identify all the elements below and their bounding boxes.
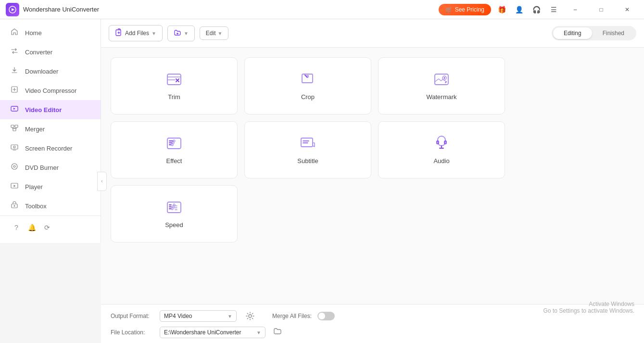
sidebar-label-screen-recorder: Screen Recorder xyxy=(25,145,72,152)
see-pricing-button[interactable]: 🛒 See Pricing xyxy=(439,4,491,15)
feature-grid: Trim Crop xyxy=(111,57,505,242)
speed-label: Speed xyxy=(165,221,183,229)
menu-icon[interactable]: ☰ xyxy=(547,3,560,16)
svg-rect-5 xyxy=(15,125,18,127)
tab-group: Editing Finished xyxy=(552,26,636,40)
sidebar-collapse-button[interactable]: ‹ xyxy=(97,172,107,191)
edit-chevron-icon: ▼ xyxy=(218,31,223,36)
maximize-button[interactable]: □ xyxy=(590,3,612,16)
sidebar-label-video-editor: Video Editor xyxy=(25,106,62,114)
main-content: Add Files ▼ ▼ Edit ▼ Editing Finished xyxy=(101,19,644,343)
notification-icon[interactable]: 🔔 xyxy=(25,221,38,234)
sidebar-item-merger[interactable]: Merger xyxy=(0,119,101,139)
watermark-label: Watermark xyxy=(426,93,456,101)
tab-finished[interactable]: Finished xyxy=(592,27,635,39)
feature-watermark[interactable]: Watermark xyxy=(378,57,505,114)
sidebar-bottom: ? 🔔 ⟳ xyxy=(0,216,101,239)
edit-dropdown[interactable]: Edit ▼ xyxy=(200,26,229,40)
dvd-burner-icon xyxy=(10,163,19,172)
svg-rect-25 xyxy=(301,138,313,147)
sidebar-item-converter[interactable]: Converter xyxy=(0,42,101,62)
cart-icon: 🛒 xyxy=(445,6,453,13)
watermark-icon xyxy=(433,71,450,89)
feature-crop[interactable]: Crop xyxy=(244,57,371,114)
file-location-select[interactable]: E:\Wondershare UniConverter ▼ xyxy=(160,327,265,338)
titlebar: Wondershare UniConverter 🛒 See Pricing 🎁… xyxy=(0,0,644,19)
close-button[interactable]: ✕ xyxy=(616,3,638,16)
svg-point-9 xyxy=(12,164,17,169)
minimize-button[interactable]: – xyxy=(564,3,586,16)
output-format-row: Output Format: MP4 Video ▼ Merge All Fil… xyxy=(111,309,634,323)
sidebar-item-home[interactable]: Home xyxy=(0,23,101,42)
sidebar-item-video-compressor[interactable]: Video Compressor xyxy=(0,81,101,100)
sidebar-item-dvd-burner[interactable]: DVD Burner xyxy=(0,158,101,177)
svg-point-22 xyxy=(171,144,173,146)
svg-rect-4 xyxy=(11,125,14,127)
chevron-folder: ▼ xyxy=(184,31,189,36)
feature-effect[interactable]: Effect xyxy=(111,121,238,178)
output-format-select[interactable]: MP4 Video ▼ xyxy=(160,310,237,322)
output-format-chevron: ▼ xyxy=(227,314,232,319)
audio-icon xyxy=(433,135,450,152)
subtitle-label: Subtitle xyxy=(297,157,318,165)
add-files-button[interactable]: Add Files ▼ xyxy=(109,25,163,41)
svg-rect-7 xyxy=(11,145,18,149)
svg-rect-6 xyxy=(13,128,16,131)
sidebar-wrapper: Home Converter Downloader Video Compress… xyxy=(0,19,101,343)
browse-folder-icon[interactable] xyxy=(273,327,282,338)
sidebar-item-screen-recorder[interactable]: Screen Recorder xyxy=(0,139,101,158)
tab-editing[interactable]: Editing xyxy=(553,27,592,39)
add-files-chevron: ▼ xyxy=(152,31,156,36)
file-location-label: File Location: xyxy=(111,329,154,336)
home-icon xyxy=(10,28,19,38)
video-editor-icon xyxy=(10,105,19,114)
sidebar-label-downloader: Downloader xyxy=(25,68,58,75)
sidebar: Home Converter Downloader Video Compress… xyxy=(0,19,101,243)
sidebar-label-dvd-burner: DVD Burner xyxy=(25,164,59,171)
sidebar-label-merger: Merger xyxy=(25,126,45,133)
bottom-bar: Output Format: MP4 Video ▼ Merge All Fil… xyxy=(101,304,644,343)
sidebar-item-video-editor[interactable]: Video Editor xyxy=(0,100,101,119)
sidebar-label-converter: Converter xyxy=(25,49,52,56)
merge-label: Merge All Files: xyxy=(272,313,312,319)
svg-rect-18 xyxy=(435,74,448,85)
refresh-icon[interactable]: ⟳ xyxy=(40,221,54,234)
add-folder-icon xyxy=(174,29,181,38)
effect-icon xyxy=(165,135,183,152)
trim-label: Trim xyxy=(168,93,180,101)
toolbar: Add Files ▼ ▼ Edit ▼ Editing Finished xyxy=(101,19,644,48)
output-settings-icon[interactable] xyxy=(243,309,257,323)
converter-icon xyxy=(10,47,19,57)
help-icon[interactable]: ? xyxy=(10,221,23,234)
sidebar-label-player: Player xyxy=(25,183,43,191)
gift-icon[interactable]: 🎁 xyxy=(495,3,508,16)
downloader-icon xyxy=(10,66,19,76)
svg-point-20 xyxy=(444,77,445,79)
sidebar-item-player[interactable]: Player xyxy=(0,177,101,196)
add-folder-button[interactable]: ▼ xyxy=(167,25,195,41)
file-location-row: File Location: E:\Wondershare UniConvert… xyxy=(111,327,634,338)
sidebar-label-video-compressor: Video Compressor xyxy=(25,87,76,94)
sidebar-item-downloader[interactable]: Downloader xyxy=(0,62,101,81)
svg-point-10 xyxy=(13,165,15,167)
svg-point-31 xyxy=(173,204,175,206)
add-files-label: Add Files xyxy=(125,30,149,37)
svg-point-23 xyxy=(172,142,174,144)
sidebar-item-toolbox[interactable]: Toolbox xyxy=(0,196,101,216)
feature-audio[interactable]: Audio xyxy=(378,121,505,178)
feature-subtitle[interactable]: Subtitle xyxy=(244,121,371,178)
editor-area: Trim Crop xyxy=(101,48,644,304)
edit-dropdown-label: Edit xyxy=(206,30,216,37)
subtitle-icon xyxy=(299,135,316,152)
user-icon[interactable]: 👤 xyxy=(512,3,526,16)
feature-speed[interactable]: Speed xyxy=(111,185,238,242)
trim-icon xyxy=(165,71,183,89)
output-format-value: MP4 Video xyxy=(164,313,192,319)
svg-point-32 xyxy=(249,315,252,318)
headphone-icon[interactable]: 🎧 xyxy=(530,3,543,16)
crop-label: Crop xyxy=(301,93,315,101)
app-body: Home Converter Downloader Video Compress… xyxy=(0,19,644,343)
speed-icon xyxy=(165,199,183,216)
merge-toggle[interactable] xyxy=(317,312,335,320)
feature-trim[interactable]: Trim xyxy=(111,57,238,114)
